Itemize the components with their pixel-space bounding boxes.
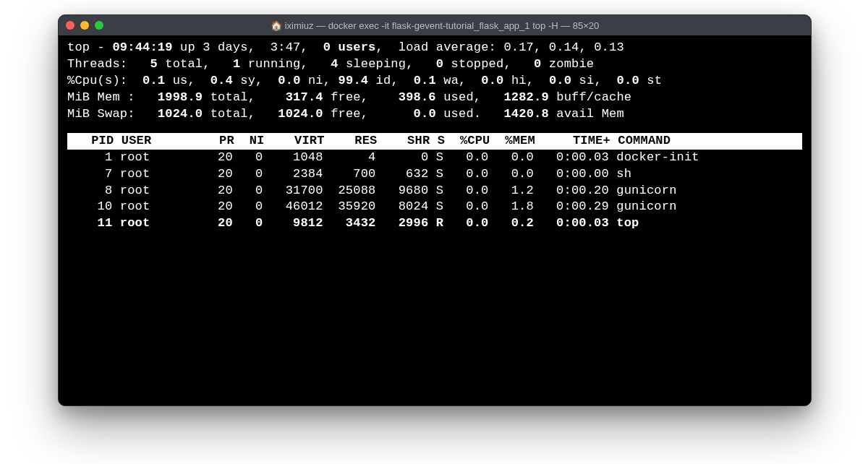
- table-row: 11 root 20 0 9812 3432 2996 R 0.0 0.2 0:…: [67, 215, 802, 232]
- terminal-body[interactable]: top - 09:44:19 up 3 days, 3:47, 0 users,…: [59, 35, 811, 241]
- summary-line-cpu: %Cpu(s): 0.1 us, 0.4 sy, 0.0 ni, 99.4 id…: [67, 73, 802, 90]
- window-title-text: iximiuz — docker exec -it flask-gevent-t…: [285, 20, 600, 31]
- summary-line-uptime: top - 09:44:19 up 3 days, 3:47, 0 users,…: [67, 40, 802, 56]
- zoom-button[interactable]: [95, 21, 103, 30]
- titlebar: 🏠iximiuz — docker exec -it flask-gevent-…: [59, 15, 811, 35]
- home-icon: 🏠: [271, 20, 282, 31]
- summary-line-threads: Threads: 5 total, 1 running, 4 sleeping,…: [67, 56, 802, 73]
- process-table-body: 1 root 20 0 1048 4 0 S 0.0 0.0 0:00.03 d…: [67, 150, 802, 233]
- process-table-header: PID USER PR NI VIRT RES SHR S %CPU %MEM …: [67, 133, 802, 150]
- traffic-lights: [66, 21, 103, 30]
- terminal-window: 🏠iximiuz — docker exec -it flask-gevent-…: [58, 14, 812, 406]
- table-row: 10 root 20 0 46012 35920 8024 S 0.0 1.8 …: [67, 199, 802, 215]
- table-row: 1 root 20 0 1048 4 0 S 0.0 0.0 0:00.03 d…: [67, 150, 802, 166]
- minimize-button[interactable]: [80, 21, 89, 30]
- table-row: 8 root 20 0 31700 25088 9680 S 0.0 1.2 0…: [67, 183, 802, 199]
- window-title: 🏠iximiuz — docker exec -it flask-gevent-…: [59, 20, 811, 31]
- summary-line-mem: MiB Mem : 1998.9 total, 317.4 free, 398.…: [67, 90, 802, 106]
- summary-line-swap: MiB Swap: 1024.0 total, 1024.0 free, 0.0…: [67, 106, 802, 123]
- table-row: 7 root 20 0 2384 700 632 S 0.0 0.0 0:00.…: [67, 166, 802, 183]
- close-button[interactable]: [66, 21, 75, 30]
